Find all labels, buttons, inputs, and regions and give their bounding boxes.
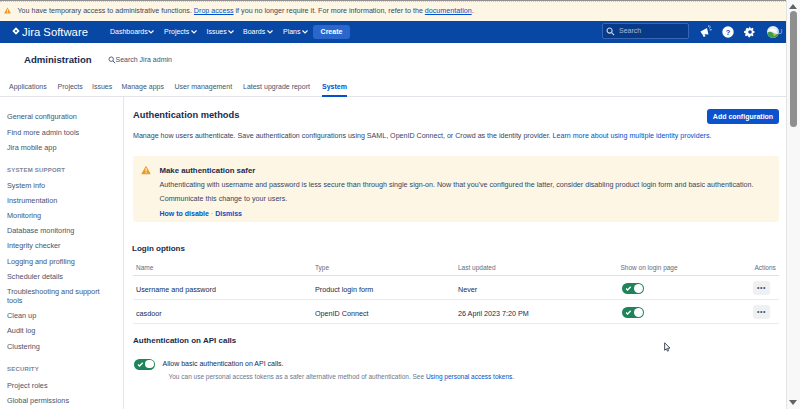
svg-text:?: ? [726, 27, 731, 36]
